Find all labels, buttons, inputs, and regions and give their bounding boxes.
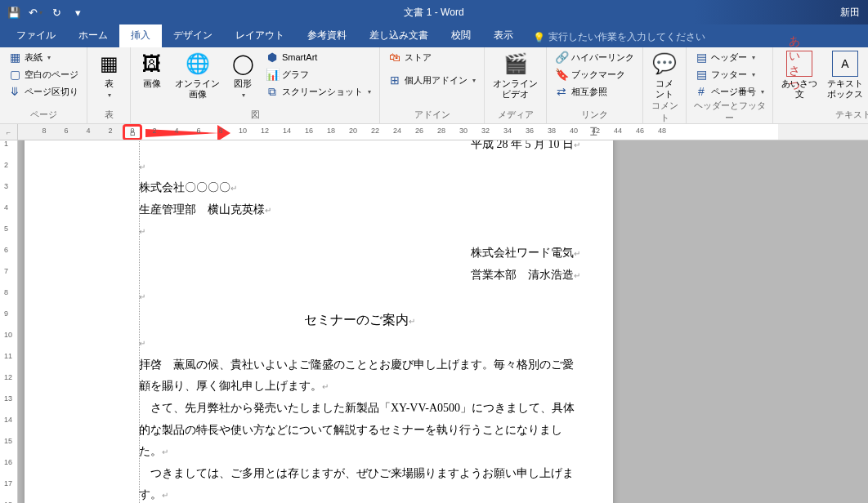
ruler-tick: 42 xyxy=(592,127,600,135)
ruler-tick: 7 xyxy=(4,267,8,275)
bookmark-icon: 🔖 xyxy=(555,68,568,81)
screenshot-button[interactable]: ⧉スクリーンショット▾ xyxy=(262,83,374,100)
ruler-tick: 32 xyxy=(481,127,490,135)
video-icon: 🎬 xyxy=(503,51,529,77)
online-video-button[interactable]: 🎬オンライン ビデオ xyxy=(490,49,541,100)
document-area[interactable]: 平成 28 年 5 月 10 日↵ ↵ 株式会社〇〇〇〇↵ 生産管理部 横山克英… xyxy=(18,140,868,503)
greeting-button[interactable]: あいさつあいさつ 文 xyxy=(778,49,821,100)
document-page[interactable]: 平成 28 年 5 月 10 日↵ ↵ 株式会社〇〇〇〇↵ 生産管理部 横山克英… xyxy=(25,140,613,503)
horizontal-ruler[interactable]: ⌂ Ꮖ 864202468101214161820222426283032343… xyxy=(18,124,868,140)
tell-me-search[interactable]: 💡 実行したい作業を入力してください xyxy=(525,27,714,47)
blank-page-icon: ▢ xyxy=(8,68,21,81)
table-button[interactable]: ▦ 表▾ xyxy=(92,49,125,100)
redo-button[interactable]: ↻ xyxy=(47,3,65,21)
blank-page-button[interactable]: ▢空白のページ xyxy=(5,66,82,82)
group-illustrations: 🖼画像 🌐オンライン 画像 ◯図形▾ ⬢SmartArt 📊グラフ ⧉スクリーン… xyxy=(131,47,380,123)
group-label: テキスト xyxy=(778,109,868,122)
ruler-tick: 8 xyxy=(42,127,46,135)
addins-icon: ⊞ xyxy=(388,73,401,87)
doc-date: 平成 28 年 5 月 10 日↵ xyxy=(139,140,580,156)
hyperlink-button[interactable]: 🔗ハイパーリンク xyxy=(552,49,638,65)
comment-button[interactable]: 💬コメント xyxy=(648,49,681,100)
ruler-tick: 8 xyxy=(218,127,222,135)
chart-button[interactable]: 📊グラフ xyxy=(262,66,374,82)
my-addins-button[interactable]: ⊞個人用アドイン▾ xyxy=(385,72,479,88)
online-picture-button[interactable]: 🌐オンライン 画像 xyxy=(172,49,223,100)
tell-me-placeholder: 実行したい作業を入力してください xyxy=(548,30,705,44)
ruler-tick: 1 xyxy=(4,140,8,148)
doc-body-3: つきましては、ご多用とは存じますが、ぜひご来場賜りますようお願い申し上げます。↵ xyxy=(139,463,580,503)
page-break-icon: ⤋ xyxy=(8,85,21,98)
undo-button[interactable]: ↶▾ xyxy=(26,3,44,21)
tab-review[interactable]: 校閲 xyxy=(440,24,482,47)
store-button[interactable]: 🛍ストア xyxy=(385,49,479,65)
ruler-tick: 15 xyxy=(4,437,12,445)
doc-recipient-person: 生産管理部 横山克英様↵ xyxy=(139,199,580,221)
tab-layout[interactable]: レイアウト xyxy=(224,24,296,47)
ruler-tick: 34 xyxy=(503,127,512,135)
doc-para-empty: ↵ xyxy=(139,286,580,308)
doc-para-empty: ↵ xyxy=(139,332,580,354)
ruler-tick: 16 xyxy=(4,458,12,466)
ribbon-tabs: ファイル ホーム 挿入 デザイン レイアウト 参考資料 差し込み文書 校閲 表示… xyxy=(0,24,868,47)
page-number-button[interactable]: #ページ番号▾ xyxy=(691,83,767,100)
tab-references[interactable]: 参考資料 xyxy=(296,24,358,47)
shapes-icon: ◯ xyxy=(230,51,256,77)
doc-body-1: 拝啓 薫風の候、貴社いよいよご隆盛のこととお慶び申し上げます。毎々格別のご愛顧を… xyxy=(139,354,580,398)
ruler-tick: 10 xyxy=(239,127,247,135)
ruler-tick: 36 xyxy=(526,127,534,135)
save-button[interactable]: 💾 xyxy=(5,3,23,21)
group-label: 図 xyxy=(136,109,374,122)
link-icon: 🔗 xyxy=(555,51,568,64)
screenshot-icon: ⧉ xyxy=(266,85,279,98)
cover-page-button[interactable]: ▦表紙▾ xyxy=(5,49,82,65)
ruler-tick: 9 xyxy=(4,309,8,318)
group-addins: 🛍ストア ⊞個人用アドイン▾ アドイン xyxy=(380,47,485,123)
tab-design[interactable]: デザイン xyxy=(162,24,224,47)
tab-view[interactable]: 表示 xyxy=(482,24,525,47)
vertical-ruler[interactable]: 123456789101112131415161718 xyxy=(0,140,18,503)
doc-sender-person: 営業本部 清水浩造↵ xyxy=(139,265,580,287)
shapes-button[interactable]: ◯図形▾ xyxy=(226,49,259,100)
crossref-icon: ⇄ xyxy=(555,85,568,98)
window-title: 文書 1 - Word xyxy=(404,6,463,20)
doc-para-empty: ↵ xyxy=(139,156,580,178)
ruler-tick: 4 xyxy=(4,203,8,211)
lightbulb-icon: 💡 xyxy=(533,32,545,43)
ruler-tick: 48 xyxy=(658,127,666,135)
user-name[interactable]: 新田 xyxy=(840,6,868,20)
bookmark-button[interactable]: 🔖ブックマーク xyxy=(552,66,638,82)
doc-sender-company: 株式会社ワード電気↵ xyxy=(139,243,580,265)
pagenum-icon: # xyxy=(695,85,708,98)
crossref-button[interactable]: ⇄相互参照 xyxy=(552,83,638,100)
save-icon: 💾 xyxy=(7,7,20,19)
chevron-down-icon: ▾ xyxy=(75,7,81,19)
tab-file[interactable]: ファイル xyxy=(5,24,67,47)
tab-insert[interactable]: 挿入 xyxy=(119,24,162,47)
picture-button[interactable]: 🖼画像 xyxy=(136,49,168,89)
group-label: メディア xyxy=(490,109,541,122)
ruler-tick: 6 xyxy=(196,127,200,135)
doc-para-empty: ↵ xyxy=(139,220,580,243)
textbox-button[interactable]: Aテキスト ボックス xyxy=(824,49,866,100)
page-break-button[interactable]: ⤋ページ区切り xyxy=(5,83,82,100)
ruler-tick: 10 xyxy=(4,331,12,339)
header-button[interactable]: ▤ヘッダー▾ xyxy=(691,49,767,65)
ruler-tick: 18 xyxy=(327,127,335,135)
ribbon: ▦表紙▾ ▢空白のページ ⤋ページ区切り ページ ▦ 表▾ 表 🖼画像 🌐オンラ… xyxy=(0,47,868,124)
tab-home[interactable]: ホーム xyxy=(67,24,119,47)
customize-quick-button[interactable]: ▾ xyxy=(69,3,87,21)
smartart-icon: ⬢ xyxy=(266,51,279,64)
footer-button[interactable]: ▤フッター▾ xyxy=(691,66,767,82)
tab-mailings[interactable]: 差し込み文書 xyxy=(358,24,440,47)
ruler-tick: 14 xyxy=(283,127,291,135)
cover-page-icon: ▦ xyxy=(8,51,21,64)
footer-icon: ▤ xyxy=(695,68,708,81)
group-label: 表 xyxy=(92,109,125,122)
smartart-button[interactable]: ⬢SmartArt xyxy=(262,49,374,65)
group-text: あいさつあいさつ 文 Aテキスト ボックス A̲▾ Ⓐ▾ ▣▾ ✎▾ 📅 ▦▾ … xyxy=(773,47,868,123)
ruler-tick: 28 xyxy=(437,127,445,135)
ruler-tick: 12 xyxy=(261,127,269,135)
group-label: リンク xyxy=(552,109,638,122)
group-comments: 💬コメント コメント xyxy=(643,47,687,123)
